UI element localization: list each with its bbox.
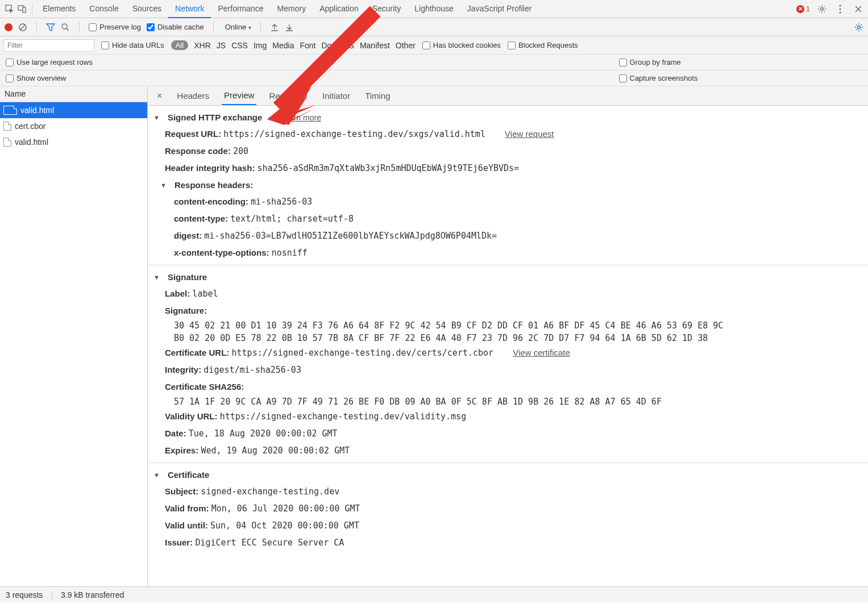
detail-body: ▼ Signed HTTP exchange Learn more Reques… [148, 106, 868, 563]
svg-line-10 [67, 28, 69, 31]
disclosure-triangle-icon: ▼ [160, 182, 167, 189]
request-row[interactable]: cert.cbor [0, 118, 147, 134]
capture-screenshots-checkbox[interactable]: Capture screenshots [619, 74, 698, 82]
filter-type-css[interactable]: CSS [231, 41, 248, 50]
svg-rect-2 [23, 7, 26, 13]
upload-har-icon[interactable] [270, 23, 279, 32]
view-certificate-link[interactable]: View certificate [513, 348, 570, 357]
separator [36, 22, 37, 32]
date-value: Tue, 18 Aug 2020 00:00:02 GMT [189, 428, 338, 439]
section-certificate-header[interactable]: ▼ Certificate [148, 467, 868, 483]
valid-from-value: Mon, 06 Jul 2020 00:00:00 GMT [211, 503, 360, 514]
kv-valid-from: Valid from: Mon, 06 Jul 2020 00:00:00 GM… [148, 500, 868, 517]
svg-point-3 [821, 7, 824, 10]
use-large-rows-checkbox[interactable]: Use large request rows [6, 58, 93, 66]
dtab-timing[interactable]: Timing [363, 87, 392, 105]
kv-cert-url: Certificate URL: https://signed-exchange… [148, 344, 868, 361]
filter-type-font[interactable]: Font [300, 41, 315, 50]
section-response-headers[interactable]: ▼ Response headers: [148, 177, 868, 193]
has-blocked-cookies-label: Has blocked cookies [433, 41, 501, 49]
expires-value: Wed, 19 Aug 2020 00:00:02 GMT [201, 445, 350, 456]
tab-sources[interactable]: Sources [126, 0, 168, 18]
request-name: valid.html [20, 106, 54, 115]
error-count-value: 1 [806, 5, 810, 13]
status-divider: | [51, 590, 53, 599]
more-icon[interactable] [834, 3, 846, 15]
request-row[interactable]: valid.html [0, 134, 147, 150]
main-split: Name valid.html cert.cbor valid.html × H… [0, 86, 868, 586]
filter-type-xhr[interactable]: XHR [194, 41, 211, 50]
hide-data-urls-label: Hide data URLs [112, 41, 164, 49]
preserve-log-checkbox[interactable]: Preserve log [89, 23, 141, 31]
disable-cache-checkbox[interactable]: Disable cache [147, 23, 204, 31]
dtab-headers[interactable]: Headers [175, 87, 211, 105]
request-row[interactable]: valid.html [0, 102, 147, 118]
error-count[interactable]: ✕ 1 [796, 5, 810, 13]
download-har-icon[interactable] [285, 23, 294, 32]
filter-type-js[interactable]: JS [217, 41, 226, 50]
filter-type-other[interactable]: Other [396, 41, 416, 50]
record-button[interactable] [5, 23, 13, 31]
dtab-initiator[interactable]: Initiator [320, 87, 352, 105]
status-transferred: 3.9 kB transferred [61, 590, 124, 599]
tab-lighthouse[interactable]: Lighthouse [408, 0, 460, 18]
valid-until-value: Sun, 04 Oct 2020 00:00:00 GMT [210, 520, 359, 531]
request-list-header[interactable]: Name [0, 86, 147, 102]
throttling-select[interactable]: Online [223, 23, 252, 31]
settings-gear-icon[interactable] [816, 3, 828, 15]
inspect-icon[interactable] [3, 3, 16, 15]
kv-subject: Subject: signed-exchange-testing.dev [148, 483, 868, 500]
filter-type-doc[interactable]: Doc [321, 41, 335, 50]
close-detail-icon[interactable]: × [155, 91, 164, 101]
has-blocked-cookies-checkbox[interactable]: Has blocked cookies [422, 41, 501, 49]
section-sxg-header[interactable]: ▼ Signed HTTP exchange Learn more [148, 109, 868, 126]
device-toggle-icon[interactable] [16, 3, 28, 15]
tab-performance[interactable]: Performance [211, 0, 270, 18]
kv-rh-3: x-content-type-options: nosniff [148, 244, 868, 261]
blocked-requests-checkbox[interactable]: Blocked Requests [508, 41, 578, 49]
filter-type-all[interactable]: All [171, 40, 188, 50]
filter-type-media[interactable]: Media [272, 41, 294, 50]
kv-header-integrity: Header integrity hash: sha256-aSdRm3m7qX… [148, 160, 868, 177]
group-by-frame-checkbox[interactable]: Group by frame [619, 58, 681, 66]
record-icon [5, 23, 13, 31]
search-icon[interactable] [61, 23, 70, 32]
tab-memory[interactable]: Memory [271, 0, 313, 18]
filter-icon[interactable] [46, 23, 55, 32]
tab-elements[interactable]: Elements [36, 0, 82, 18]
section-signature-header[interactable]: ▼ Signature [148, 269, 868, 285]
validity-url-key: Validity URL: [165, 411, 218, 421]
dtab-response[interactable]: Response [267, 87, 310, 105]
request-url-value: https://signed-exchange-testing.dev/sxgs… [223, 129, 485, 139]
rh-key: content-encoding: [174, 197, 248, 206]
filter-type-ws[interactable]: WS [341, 41, 354, 50]
dtab-preview[interactable]: Preview [222, 86, 256, 105]
close-devtools-icon[interactable] [852, 3, 865, 15]
rh-value: mi-sha256-03=LB7wdlHO51Z1Ze600lbYAEYsckW… [204, 231, 497, 241]
file-icon [3, 106, 17, 115]
show-overview-label: Show overview [16, 74, 66, 82]
tab-jsprofiler[interactable]: JavaScript Profiler [460, 0, 539, 18]
clear-icon[interactable] [18, 23, 27, 32]
header-integrity-key: Header integrity hash: [165, 163, 255, 173]
signature-hex-1: 30 45 02 21 00 D1 10 39 24 F3 76 A6 64 8… [148, 319, 868, 332]
tab-security[interactable]: Security [366, 0, 408, 18]
detail-tabs: × Headers Preview Response Initiator Tim… [148, 86, 868, 106]
filter-input[interactable] [3, 39, 94, 52]
hide-data-urls-checkbox[interactable]: Hide data URLs [101, 41, 164, 49]
learn-more-link[interactable]: Learn more [280, 113, 321, 122]
capture-screenshots-label: Capture screenshots [630, 74, 698, 82]
network-toolbar: Preserve log Disable cache Online [0, 18, 868, 36]
filter-type-img[interactable]: Img [254, 41, 267, 50]
tab-network[interactable]: Network [168, 0, 211, 18]
label-key: Label: [165, 289, 190, 298]
blocked-requests-label: Blocked Requests [518, 41, 578, 49]
request-url-key: Request URL: [165, 129, 221, 139]
network-settings-icon[interactable] [854, 23, 863, 32]
view-request-link[interactable]: View request [505, 129, 554, 139]
tab-application[interactable]: Application [313, 0, 366, 18]
issuer-value: DigiCert ECC Secure Server CA [195, 538, 344, 548]
filter-type-manifest[interactable]: Manifest [360, 41, 390, 50]
show-overview-checkbox[interactable]: Show overview [6, 74, 66, 82]
tab-console[interactable]: Console [82, 0, 125, 18]
